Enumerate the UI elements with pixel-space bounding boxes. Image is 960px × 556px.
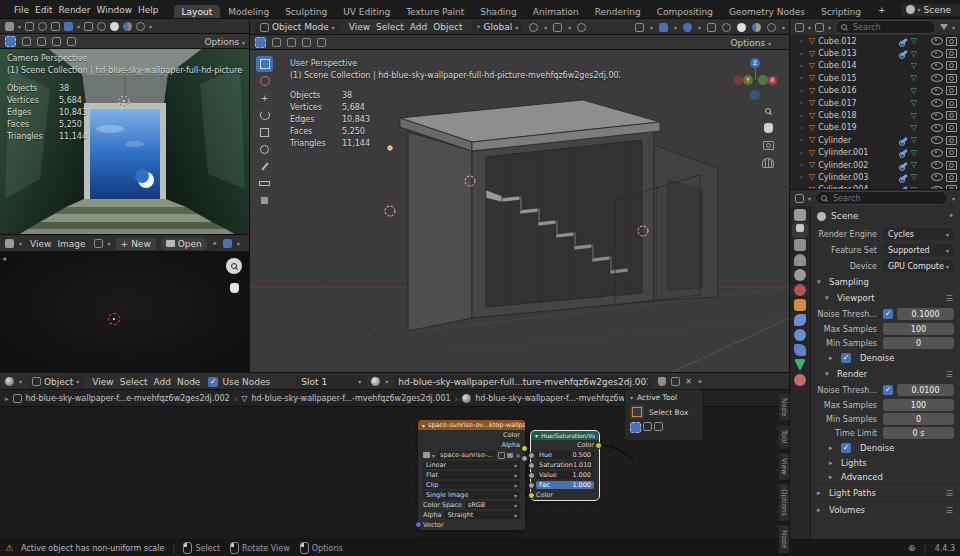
viewport-options-dropdown[interactable]: Options ▾ [730,38,771,48]
workspace-tab[interactable]: Modeling [220,5,277,19]
sidebar-tab[interactable]: Node [779,524,790,554]
outliner-row[interactable]: › ▽ Cube.015 ▽ [790,72,960,84]
alpha-output-socket[interactable] [521,455,528,462]
open-image-button[interactable]: Open [161,238,207,250]
property-slider[interactable]: 0 [883,337,954,349]
topbar-menu[interactable]: Help [135,5,162,15]
select-invert-icon[interactable] [52,37,61,46]
proportional-edit-icon[interactable] [577,23,586,32]
material-shading-icon[interactable] [123,22,132,31]
tab-object[interactable] [794,299,806,311]
display-mode-icon[interactable] [815,23,824,32]
gizmo-x-axis[interactable]: X [768,76,777,85]
outliner-row[interactable]: › ▽ Cylinder.001 ▽ [790,147,960,159]
tab-particles[interactable] [794,329,806,341]
tool-scale[interactable] [256,124,273,140]
slot-dropdown[interactable]: Slot 1▾ [296,376,366,388]
copy-icon[interactable] [498,452,505,459]
saturation-input-socket[interactable] [528,462,535,469]
topbar-menu[interactable]: Window [94,5,136,15]
preset-menu-icon[interactable]: ☰ [946,489,954,498]
preset-menu-icon[interactable]: ☰ [946,294,954,303]
overlays-icon[interactable] [84,22,93,31]
use-nodes-checkbox[interactable]: Use Nodes [208,377,270,387]
image-editor-canvas[interactable]: ◂ [0,252,250,373]
solid-shading-icon[interactable] [110,22,119,31]
image-editor-icon[interactable] [5,239,14,248]
hide-viewport-icon[interactable] [931,37,943,45]
tool-select-box[interactable] [256,56,273,72]
tab-output[interactable] [794,239,806,251]
tool-move[interactable]: + [256,90,273,106]
node-dropdown[interactable]: Flat▾ [423,471,520,479]
disable-render-icon[interactable] [946,74,957,83]
select-new-icon[interactable] [255,37,266,48]
color-output-socket[interactable] [595,442,602,449]
workspace-tab[interactable]: Rendering [587,5,649,19]
hide-viewport-icon[interactable] [931,50,943,58]
new-image-button[interactable]: + New [116,238,156,250]
scene-selector[interactable]: ▾ Scene ✦ [901,4,960,16]
node-slider[interactable]: Fac1.000 [536,481,594,489]
zoom-button[interactable] [226,258,242,274]
orientation-dropdown[interactable]: ⌖Global▾ [472,21,524,33]
node-slider[interactable]: Saturation1.010 [536,461,595,469]
outliner-row[interactable]: › ▽ Cube.012 ▽ [790,35,960,47]
outliner-search-input[interactable] [851,22,930,33]
viewport-denoise-toggle[interactable]: ▸Denoise [811,350,960,366]
material-name-field[interactable]: hd-blue-sky-wallpaper-full...ture-mvehfq… [393,376,653,388]
pivot-point-icon[interactable] [38,22,47,31]
node-slider[interactable]: Value1.000 [536,471,594,479]
disable-render-icon[interactable] [946,111,957,120]
tool-rotate[interactable] [256,107,273,123]
mode-dropdown[interactable]: Object Mode▾ [255,21,340,33]
fac-input-socket[interactable] [528,482,535,489]
outliner-search[interactable] [835,20,936,34]
camera-viewport[interactable]: Camera Perspective (1) Scene Collection … [0,49,250,235]
select-subtract-icon[interactable] [37,37,46,46]
pan-button[interactable] [226,280,242,296]
outliner-row[interactable]: › ▽ Cylinder.002 ▽ [790,159,960,171]
disable-render-icon[interactable] [946,161,957,170]
sidebar-tab[interactable]: Tool [779,424,790,450]
tab-modifiers[interactable] [794,314,806,326]
preset-menu-icon[interactable]: ☰ [946,370,954,379]
copy-material-icon[interactable] [671,377,680,386]
workspace-tab[interactable]: Compositing [649,5,721,19]
disable-render-icon[interactable] [946,136,957,145]
camera-view-icon[interactable] [763,141,774,150]
tool-transform[interactable] [256,141,273,157]
node-slider[interactable]: Hue0.500 [536,451,594,459]
workspace-tab[interactable]: Texture Paint [398,5,472,19]
outliner-row[interactable]: › ▽ Cube.019 ▽ [790,122,960,134]
workspace-tab[interactable]: UV Editing [335,5,398,19]
pin-icon[interactable]: ✦ [697,378,703,386]
workspace-tab[interactable]: Shading [472,5,525,19]
ortho-grid-icon[interactable] [762,158,774,168]
gizmo-neg-x-axis[interactable] [734,76,743,85]
disable-render-icon[interactable] [946,99,957,108]
image-editor-menu[interactable]: View [27,239,54,249]
collapsed-panel[interactable]: ▸Light Paths☰ [811,484,960,501]
disable-render-icon[interactable] [946,49,957,58]
pin-icon[interactable]: ✦ [212,240,218,248]
noise-threshold-value[interactable]: 0.0100 [897,384,954,396]
node-dropdown[interactable]: Straight▾ [444,511,520,519]
hide-viewport-icon[interactable] [931,161,943,169]
grease-pencil-icon[interactable] [25,22,34,31]
hide-viewport-icon[interactable] [931,124,943,132]
shader-menu[interactable]: View [89,377,116,387]
pivot-dropdown-icon[interactable] [529,23,538,32]
shader-menu[interactable]: Select [117,377,151,387]
outliner-row[interactable]: › ▽ Cube.014 ▽ [790,60,960,72]
image-browse-icon[interactable] [94,239,103,248]
camera-options-dropdown[interactable]: Options ▾ [204,37,245,47]
collapsed-subpanel[interactable]: ▸Lights [811,456,960,470]
overlays-dropdown-icon[interactable] [659,23,668,32]
tab-tool[interactable] [794,209,806,221]
select-box-tool-icon[interactable] [630,405,644,419]
property-slider[interactable]: 100 [883,323,954,335]
render-denoise-toggle[interactable]: ▸Denoise [811,440,960,456]
solid-shading-icon[interactable] [737,23,746,32]
pin-icon[interactable]: ✦ [948,212,954,220]
